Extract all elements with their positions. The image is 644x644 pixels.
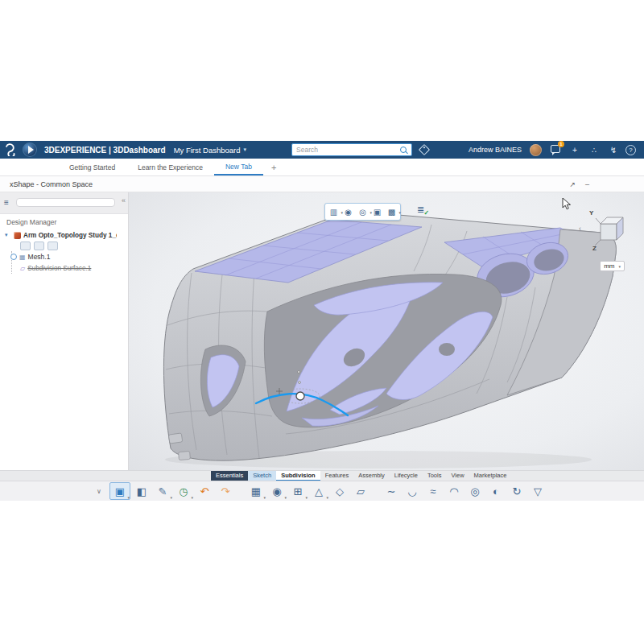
visibility-icon: ◎	[359, 208, 366, 217]
panel-scrollbar[interactable]	[16, 198, 115, 207]
notifications-icon[interactable]: 1	[550, 145, 561, 155]
action-bar: ∨ ▣ ▾ ◧ ✎ ▾ ◷ ▾ ↶ ↷ ▦ ▾ ◉ ▾ ⊞	[0, 481, 644, 501]
sweep-tool[interactable]: ◠	[444, 483, 464, 499]
brand-title: 3DEXPERIENCE | 3DDashboard	[44, 146, 166, 155]
chevron-down-icon[interactable]: ▾	[170, 495, 172, 500]
grid-plane-icon: ⊞	[293, 486, 302, 497]
render-style-tool[interactable]: ◉	[343, 208, 353, 217]
arc-tool[interactable]: ◡	[402, 483, 422, 499]
3dexperience-compass-icon[interactable]	[23, 142, 37, 157]
add-icon[interactable]: +	[569, 146, 580, 155]
curve-handle[interactable]	[296, 392, 304, 400]
split-icon: ◐	[493, 486, 499, 497]
tree-subdivision-row[interactable]: ▱ Subdivision Surface.1	[12, 262, 128, 274]
avatar[interactable]	[530, 144, 542, 156]
mesh-icon: ▦	[19, 254, 26, 261]
expander-icon[interactable]: ▾	[5, 232, 11, 238]
view-compass[interactable]: Y Z	[588, 204, 625, 253]
z-axis-label[interactable]: Z	[592, 245, 597, 252]
chevron-down-icon[interactable]: ▾	[127, 495, 130, 500]
badge-icon-1[interactable]	[20, 242, 31, 250]
tab-learn-the-experience[interactable]: Learn the Experience	[126, 159, 214, 175]
paste-sketch-tool[interactable]: ✎ ▾	[153, 483, 172, 499]
box-primitive-tool[interactable]: ▣ ▾	[109, 482, 130, 500]
tree-view-icon[interactable]: ≡	[4, 198, 9, 207]
collapse-panel-icon[interactable]: «	[122, 196, 126, 204]
render-style-icon: ◉	[345, 208, 352, 217]
3d-viewport[interactable]: ▥ ▾ ◉ ◎ ▾ ▣ ▩ ▾ ≣ ✓	[129, 192, 644, 470]
modify-box-tool[interactable]: ◧	[132, 483, 151, 499]
chevron-down-icon[interactable]: ▾	[398, 210, 401, 215]
3d-model[interactable]	[129, 192, 644, 470]
panel-title: Design Manager	[0, 214, 128, 229]
layers-tool[interactable]: ▩ ▾	[386, 208, 397, 217]
chevron-down-icon[interactable]: ▾	[244, 147, 247, 153]
search-input[interactable]	[292, 146, 391, 154]
chevron-down-icon[interactable]: ▾	[263, 495, 266, 500]
dashboard-tabbar: Getting Started Learn the Experience New…	[0, 159, 644, 176]
tree-mesh-row[interactable]: ▦ Mesh.1	[12, 251, 128, 262]
maximize-icon[interactable]: ↗	[569, 180, 576, 188]
actionbar-expander-icon[interactable]: ∨	[97, 488, 101, 495]
grid-box-icon: ▦	[251, 486, 261, 497]
pin-tool[interactable]: △ ▾	[309, 483, 328, 499]
sheet-tool[interactable]: ▱	[351, 483, 370, 499]
pin-icon: △	[315, 486, 323, 497]
y-axis-label[interactable]: Y	[589, 209, 594, 217]
plane-icon: ◇	[336, 486, 344, 497]
plane-tool[interactable]: ◇	[330, 483, 349, 499]
check-icon: ✓	[424, 209, 430, 217]
main-area: ≡ « Design Manager ▾ Arm Opto_Topology S…	[0, 192, 644, 470]
dashboard-name[interactable]: My First Dashboard	[174, 146, 241, 155]
units-dropdown[interactable]: mm ▾	[600, 261, 625, 271]
badge-icon-3[interactable]	[47, 242, 58, 250]
sphere-primitive-icon: ◉	[272, 486, 281, 497]
split-tool[interactable]: ◐	[486, 483, 506, 499]
section-tool[interactable]: ▣	[372, 208, 382, 217]
wireframe-tool[interactable]: ▽	[528, 483, 547, 499]
minimize-icon[interactable]: –	[585, 180, 589, 188]
revolve-tool[interactable]: ↻	[507, 483, 526, 499]
modify-box-icon: ◧	[137, 486, 147, 497]
mesh-label[interactable]: Mesh.1	[28, 253, 51, 261]
display-mode-icon: ▥	[330, 208, 337, 217]
view-toolbar: ▥ ▾ ◉ ◎ ▾ ▣ ▩ ▾	[324, 203, 401, 221]
user-name[interactable]: Andrew BAINES	[469, 146, 522, 154]
chevron-down-icon[interactable]: ▾	[326, 495, 328, 500]
tab-new-tab[interactable]: New Tab	[214, 159, 263, 175]
search-icon[interactable]	[400, 147, 407, 153]
grid-box-tool[interactable]: ▦ ▾	[246, 483, 266, 499]
compass-collapse-icon[interactable]: ‹	[579, 225, 581, 233]
tree-root-row[interactable]: ▾ Arm Opto_Topology Study 1_deform...	[0, 229, 128, 241]
apps-icon[interactable]: ↯	[608, 146, 619, 155]
undo-button[interactable]: ↶	[195, 483, 214, 499]
tag-icon[interactable]	[419, 144, 430, 155]
chevron-down-icon[interactable]: ▾	[284, 495, 287, 500]
subdivision-label[interactable]: Subdivision Surface.1	[27, 265, 91, 272]
update-check-tool[interactable]: ≣ ✓	[417, 204, 424, 215]
history-tool[interactable]: ◷ ▾	[174, 483, 193, 499]
chevron-down-icon[interactable]: ▾	[191, 495, 193, 500]
ring-tool[interactable]: ◎	[465, 483, 485, 499]
loft-tool[interactable]: ≈	[423, 483, 443, 499]
sphere-primitive-tool[interactable]: ◉ ▾	[267, 483, 287, 499]
add-tab-button[interactable]: +	[263, 159, 284, 175]
section-icon: ▣	[374, 208, 381, 217]
badge-icon-2[interactable]	[34, 242, 44, 250]
grid-plane-tool[interactable]: ⊞ ▾	[288, 483, 308, 499]
redo-button[interactable]: ↷	[216, 483, 235, 499]
tree-root-label[interactable]: Arm Opto_Topology Study 1_deform...	[23, 232, 117, 239]
display-mode-tool[interactable]: ▥ ▾	[328, 208, 339, 217]
panel-toolbar: ≡ «	[0, 192, 128, 214]
tab-getting-started[interactable]: Getting Started	[58, 159, 126, 175]
share-icon[interactable]: ∴	[588, 146, 600, 155]
visibility-tool[interactable]: ◎ ▾	[357, 208, 368, 217]
revolve-icon: ↻	[512, 486, 521, 497]
part-icon	[14, 232, 21, 239]
redo-icon: ↷	[221, 486, 229, 497]
sheet-icon: ▱	[357, 486, 365, 497]
chevron-down-icon[interactable]: ▾	[305, 495, 308, 500]
curve-tool[interactable]: ∼	[382, 483, 401, 499]
curve-icon: ∼	[386, 486, 395, 497]
help-icon[interactable]: ?	[625, 145, 636, 155]
